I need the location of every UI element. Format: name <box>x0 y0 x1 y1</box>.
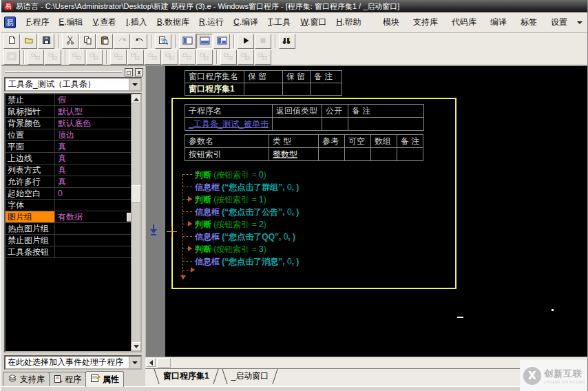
table-cell[interactable] <box>371 148 397 161</box>
menu-item-3[interactable]: I.插入 <box>121 14 152 30</box>
property-row-位置[interactable]: 位置顶边 <box>6 129 140 141</box>
property-row-列表方式[interactable]: 列表方式真 <box>6 165 140 176</box>
run-icon <box>242 36 250 47</box>
table-cell[interactable]: 窗口程序集1 <box>185 83 244 96</box>
subroutine-table[interactable]: 子程序名返回值类型公开备 注_工具条_测试_被单击 <box>185 104 424 131</box>
property-row-起始空白[interactable]: 起始空白0 <box>6 188 140 200</box>
property-row-热点图片组[interactable]: 热点图片组 <box>6 223 140 235</box>
panel-restore-button[interactable]: □ <box>125 68 133 76</box>
find-icon <box>282 36 293 47</box>
menu-item-right-0[interactable]: 模块 <box>376 14 406 30</box>
support-lib-icon <box>8 374 18 385</box>
property-label: 禁止图片组 <box>6 235 55 246</box>
table-cell[interactable] <box>273 118 322 131</box>
preview-button[interactable] <box>155 34 171 49</box>
property-row-工具条按钮[interactable]: 工具条按钮 <box>6 246 140 258</box>
align-top-icon <box>72 52 82 63</box>
table-cell[interactable] <box>319 148 345 161</box>
cut-button[interactable] <box>62 34 78 49</box>
menu-item-5[interactable]: R.运行 <box>194 14 229 30</box>
panel-tab-程序[interactable]: 程序 <box>49 372 86 387</box>
table-cell[interactable]: 按钮索引 <box>185 148 269 161</box>
properties-icon <box>90 374 101 385</box>
scroll-up-icon[interactable] <box>132 94 141 103</box>
scrollbar-thumb[interactable] <box>157 358 171 368</box>
chevron-down-icon[interactable] <box>577 21 582 27</box>
copy-button[interactable] <box>79 34 96 49</box>
menu-item-right-3[interactable]: 编译 <box>483 14 514 30</box>
menu-item-4[interactable]: B.数据库 <box>152 14 194 30</box>
menu-item-right-2[interactable]: 代码库 <box>445 14 483 30</box>
find-button[interactable] <box>279 34 295 49</box>
chevron-down-icon[interactable] <box>129 357 140 368</box>
panel-grip[interactable]: □ x <box>3 67 145 76</box>
layout-left-button[interactable] <box>179 34 196 49</box>
menu-item-7[interactable]: T.工具 <box>263 14 295 30</box>
property-row-背景颜色[interactable]: 背景颜色默认底色 <box>6 118 140 129</box>
table-header-cell: 类 型 <box>269 135 319 148</box>
property-row-上边线[interactable]: 上边线真 <box>6 153 140 165</box>
paste-button[interactable] <box>96 34 113 49</box>
scrollbar-thumb[interactable] <box>132 185 141 203</box>
panel-close-button[interactable]: x <box>135 68 143 76</box>
preview-icon <box>158 36 168 47</box>
parameter-table[interactable]: 参数名类 型参考可空数组备 注按钮索引整数型 <box>185 134 423 161</box>
chevron-down-icon[interactable] <box>129 78 140 90</box>
assembly-table[interactable]: 窗口程序集名保 留保 留备 注窗口程序集1 <box>185 70 342 96</box>
code-branch <box>182 174 192 175</box>
event-handler-combo[interactable]: 在此处选择加入事件处理子程序 <box>4 355 142 370</box>
property-row-鼠标指针[interactable]: 鼠标指针默认型 <box>6 106 140 118</box>
menu-item-0[interactable]: F.程序 <box>21 14 54 30</box>
property-row-字体[interactable]: 字体 <box>6 200 140 211</box>
menu-item-right-1[interactable]: 支持库 <box>406 14 445 30</box>
menu-item-9[interactable]: H.帮助 <box>331 14 366 30</box>
sheet-tab-窗口程序集1[interactable]: 窗口程序集1 <box>152 369 220 384</box>
property-scrollbar[interactable] <box>131 94 140 351</box>
layout-grid-button[interactable] <box>213 34 230 49</box>
panel-tab-属性[interactable]: 属性 <box>85 371 124 387</box>
code-text: 信息框 (“您点击了群组”, 0, ) <box>195 182 299 193</box>
code-text: 判断 (按钮索引 = 3) <box>195 244 266 255</box>
property-row-图片组[interactable]: 图片组有数据... <box>6 211 140 223</box>
table-cell[interactable] <box>283 83 311 96</box>
object-selector-combo[interactable]: 工具条_测试（工具条） <box>4 77 142 92</box>
property-row-禁止[interactable]: 禁止假 <box>6 94 140 106</box>
new-file-icon <box>8 36 17 47</box>
title-bar: 易 易语言 - C:\Users\Administrator\Desktop\新… <box>1 0 588 12</box>
property-row-平面[interactable]: 平面真 <box>6 141 140 153</box>
table-cell[interactable] <box>311 83 342 96</box>
code-block[interactable]: 判断 (按钮索引 = 0)信息框 (“您点击了群组”, 0, )判断 (按钮索引… <box>171 165 454 282</box>
property-row-禁止图片组[interactable]: 禁止图片组 <box>6 235 140 246</box>
table-cell[interactable] <box>397 148 423 161</box>
property-row-允许多行[interactable]: 允许多行真 <box>6 176 140 188</box>
cursor-artifact <box>552 309 554 311</box>
sheet-tab-_启动窗口[interactable]: _启动窗口 <box>220 369 280 384</box>
table-cell[interactable] <box>345 148 371 161</box>
table-header-cell: 可空 <box>345 135 371 148</box>
layout-bottom-button[interactable] <box>196 34 213 49</box>
menu-bar: 易 F.程序E.编辑V.查看I.插入B.数据库R.运行C.编译T.工具W.窗口H… <box>1 12 588 33</box>
run-button[interactable] <box>238 34 254 49</box>
code-text: 判断 (按钮索引 = 2) <box>195 219 266 231</box>
undo-button[interactable] <box>131 34 147 49</box>
open-file-button[interactable] <box>21 34 37 49</box>
same-width2-icon <box>182 52 192 63</box>
menu-item-right-4[interactable]: 标签 <box>514 14 544 30</box>
center-horz-icon <box>114 52 123 63</box>
menu-item-8[interactable]: W.窗口 <box>295 14 331 30</box>
new-file-button[interactable] <box>3 34 20 49</box>
table-cell[interactable]: _工具条_测试_被单击 <box>185 118 273 131</box>
table-header-cell: 窗口程序集名 <box>185 71 244 83</box>
scroll-down-icon[interactable] <box>132 342 141 351</box>
menu-item-right-5[interactable]: 设置 <box>544 14 574 30</box>
table-cell[interactable] <box>244 83 283 96</box>
table-cell[interactable] <box>322 118 348 131</box>
table-cell[interactable]: 整数型 <box>269 148 319 161</box>
menu-item-6[interactable]: C.编译 <box>229 14 263 30</box>
menu-item-2[interactable]: V.查看 <box>88 14 121 30</box>
save-button[interactable] <box>38 34 54 49</box>
table-cell[interactable] <box>348 118 424 131</box>
menu-item-1[interactable]: E.编辑 <box>54 14 87 30</box>
panel-tab-支持库[interactable]: 支持库 <box>3 372 50 387</box>
scroll-left-icon[interactable] <box>146 358 156 367</box>
